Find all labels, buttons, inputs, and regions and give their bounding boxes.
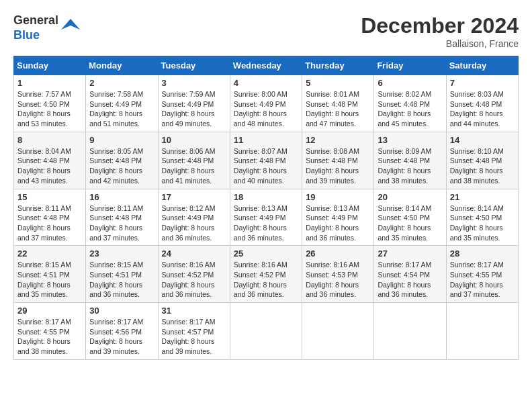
day-info: Sunrise: 8:16 AM Sunset: 4:52 PM Dayligh… bbox=[162, 260, 226, 300]
calendar-cell: 17 Sunrise: 8:12 AM Sunset: 4:49 PM Dayl… bbox=[158, 189, 230, 246]
page-header: General Blue December 2024 Ballaison, Fr… bbox=[13, 13, 519, 49]
calendar-cell: 25 Sunrise: 8:16 AM Sunset: 4:52 PM Dayl… bbox=[230, 246, 302, 303]
calendar-cell: 21 Sunrise: 8:14 AM Sunset: 4:50 PM Dayl… bbox=[446, 189, 518, 246]
calendar-cell: 16 Sunrise: 8:11 AM Sunset: 4:48 PM Dayl… bbox=[86, 189, 158, 246]
day-info: Sunrise: 8:04 AM Sunset: 4:48 PM Dayligh… bbox=[17, 146, 82, 186]
day-info: Sunrise: 8:00 AM Sunset: 4:49 PM Dayligh… bbox=[234, 89, 298, 129]
calendar-table: SundayMondayTuesdayWednesdayThursdayFrid… bbox=[13, 56, 519, 360]
calendar-cell: 6 Sunrise: 8:02 AM Sunset: 4:48 PM Dayli… bbox=[374, 75, 446, 132]
day-number: 14 bbox=[450, 135, 515, 145]
month-title: December 2024 bbox=[361, 13, 519, 38]
day-info: Sunrise: 8:13 AM Sunset: 4:49 PM Dayligh… bbox=[234, 203, 298, 243]
calendar-cell: 24 Sunrise: 8:16 AM Sunset: 4:52 PM Dayl… bbox=[158, 246, 230, 303]
day-number: 8 bbox=[17, 135, 82, 145]
day-number: 30 bbox=[89, 306, 154, 316]
day-number: 17 bbox=[162, 192, 226, 202]
day-info: Sunrise: 8:14 AM Sunset: 4:50 PM Dayligh… bbox=[378, 203, 442, 243]
day-number: 31 bbox=[162, 306, 226, 316]
calendar-cell: 1 Sunrise: 7:57 AM Sunset: 4:50 PM Dayli… bbox=[14, 75, 86, 132]
calendar-cell bbox=[302, 303, 374, 360]
calendar-cell: 3 Sunrise: 7:59 AM Sunset: 4:49 PM Dayli… bbox=[158, 75, 230, 132]
calendar-cell: 7 Sunrise: 8:03 AM Sunset: 4:48 PM Dayli… bbox=[446, 75, 518, 132]
day-info: Sunrise: 8:02 AM Sunset: 4:48 PM Dayligh… bbox=[378, 89, 442, 129]
day-info: Sunrise: 8:17 AM Sunset: 4:57 PM Dayligh… bbox=[162, 317, 226, 357]
day-number: 5 bbox=[306, 78, 370, 88]
title-section: December 2024 Ballaison, France bbox=[361, 13, 519, 49]
day-info: Sunrise: 8:10 AM Sunset: 4:48 PM Dayligh… bbox=[450, 146, 515, 186]
calendar-week-2: 8 Sunrise: 8:04 AM Sunset: 4:48 PM Dayli… bbox=[14, 132, 519, 189]
day-info: Sunrise: 8:13 AM Sunset: 4:49 PM Dayligh… bbox=[306, 203, 370, 243]
day-number: 25 bbox=[234, 248, 298, 259]
column-header-saturday: Saturday bbox=[446, 56, 518, 75]
day-number: 12 bbox=[306, 135, 370, 145]
day-number: 28 bbox=[450, 248, 515, 259]
day-number: 24 bbox=[162, 248, 226, 259]
calendar-cell bbox=[230, 303, 302, 360]
calendar-cell: 19 Sunrise: 8:13 AM Sunset: 4:49 PM Dayl… bbox=[302, 189, 374, 246]
day-number: 26 bbox=[306, 248, 370, 259]
calendar-cell: 26 Sunrise: 8:16 AM Sunset: 4:53 PM Dayl… bbox=[302, 246, 374, 303]
day-number: 15 bbox=[17, 192, 82, 202]
day-number: 9 bbox=[89, 135, 154, 145]
day-info: Sunrise: 8:07 AM Sunset: 4:48 PM Dayligh… bbox=[234, 146, 298, 186]
logo-icon bbox=[61, 16, 80, 35]
day-info: Sunrise: 8:01 AM Sunset: 4:48 PM Dayligh… bbox=[306, 89, 370, 129]
day-info: Sunrise: 8:15 AM Sunset: 4:51 PM Dayligh… bbox=[89, 260, 154, 300]
day-info: Sunrise: 8:17 AM Sunset: 4:56 PM Dayligh… bbox=[89, 317, 154, 357]
day-info: Sunrise: 8:06 AM Sunset: 4:48 PM Dayligh… bbox=[162, 146, 226, 186]
day-number: 7 bbox=[450, 78, 515, 88]
logo-text: General Blue bbox=[13, 13, 58, 42]
day-info: Sunrise: 8:14 AM Sunset: 4:50 PM Dayligh… bbox=[450, 203, 515, 243]
calendar-week-4: 22 Sunrise: 8:15 AM Sunset: 4:51 PM Dayl… bbox=[14, 246, 519, 303]
logo: General Blue bbox=[13, 13, 80, 42]
calendar-cell bbox=[374, 303, 446, 360]
calendar-cell bbox=[446, 303, 518, 360]
calendar-cell: 13 Sunrise: 8:09 AM Sunset: 4:48 PM Dayl… bbox=[374, 132, 446, 189]
column-header-tuesday: Tuesday bbox=[158, 56, 230, 75]
calendar-cell: 30 Sunrise: 8:17 AM Sunset: 4:56 PM Dayl… bbox=[86, 303, 158, 360]
day-number: 4 bbox=[234, 78, 298, 88]
day-number: 27 bbox=[378, 248, 442, 259]
day-info: Sunrise: 8:03 AM Sunset: 4:48 PM Dayligh… bbox=[450, 89, 515, 129]
calendar-week-1: 1 Sunrise: 7:57 AM Sunset: 4:50 PM Dayli… bbox=[14, 75, 519, 132]
calendar-header-row: SundayMondayTuesdayWednesdayThursdayFrid… bbox=[14, 56, 519, 75]
day-number: 22 bbox=[17, 248, 82, 259]
calendar-cell: 23 Sunrise: 8:15 AM Sunset: 4:51 PM Dayl… bbox=[86, 246, 158, 303]
calendar-cell: 12 Sunrise: 8:08 AM Sunset: 4:48 PM Dayl… bbox=[302, 132, 374, 189]
calendar-cell: 22 Sunrise: 8:15 AM Sunset: 4:51 PM Dayl… bbox=[14, 246, 86, 303]
day-number: 2 bbox=[89, 78, 154, 88]
column-header-sunday: Sunday bbox=[14, 56, 86, 75]
column-header-friday: Friday bbox=[374, 56, 446, 75]
day-number: 16 bbox=[89, 192, 154, 202]
calendar-week-5: 29 Sunrise: 8:17 AM Sunset: 4:55 PM Dayl… bbox=[14, 303, 519, 360]
calendar-cell: 15 Sunrise: 8:11 AM Sunset: 4:48 PM Dayl… bbox=[14, 189, 86, 246]
day-number: 10 bbox=[162, 135, 226, 145]
day-number: 18 bbox=[234, 192, 298, 202]
day-info: Sunrise: 8:17 AM Sunset: 4:54 PM Dayligh… bbox=[378, 260, 442, 300]
calendar-cell: 27 Sunrise: 8:17 AM Sunset: 4:54 PM Dayl… bbox=[374, 246, 446, 303]
day-info: Sunrise: 8:09 AM Sunset: 4:48 PM Dayligh… bbox=[378, 146, 442, 186]
day-info: Sunrise: 8:08 AM Sunset: 4:48 PM Dayligh… bbox=[306, 146, 370, 186]
day-number: 20 bbox=[378, 192, 442, 202]
location: Ballaison, France bbox=[361, 38, 519, 49]
calendar-body: 1 Sunrise: 7:57 AM Sunset: 4:50 PM Dayli… bbox=[14, 75, 519, 360]
calendar-cell: 8 Sunrise: 8:04 AM Sunset: 4:48 PM Dayli… bbox=[14, 132, 86, 189]
day-info: Sunrise: 8:11 AM Sunset: 4:48 PM Dayligh… bbox=[17, 203, 82, 243]
calendar-cell: 10 Sunrise: 8:06 AM Sunset: 4:48 PM Dayl… bbox=[158, 132, 230, 189]
calendar-cell: 5 Sunrise: 8:01 AM Sunset: 4:48 PM Dayli… bbox=[302, 75, 374, 132]
day-number: 21 bbox=[450, 192, 515, 202]
day-number: 1 bbox=[17, 78, 82, 88]
calendar-cell: 14 Sunrise: 8:10 AM Sunset: 4:48 PM Dayl… bbox=[446, 132, 518, 189]
calendar-cell: 31 Sunrise: 8:17 AM Sunset: 4:57 PM Dayl… bbox=[158, 303, 230, 360]
day-info: Sunrise: 8:17 AM Sunset: 4:55 PM Dayligh… bbox=[450, 260, 515, 300]
calendar-cell: 11 Sunrise: 8:07 AM Sunset: 4:48 PM Dayl… bbox=[230, 132, 302, 189]
day-number: 23 bbox=[89, 248, 154, 259]
calendar-cell: 2 Sunrise: 7:58 AM Sunset: 4:49 PM Dayli… bbox=[86, 75, 158, 132]
day-info: Sunrise: 7:57 AM Sunset: 4:50 PM Dayligh… bbox=[17, 89, 82, 129]
day-info: Sunrise: 7:58 AM Sunset: 4:49 PM Dayligh… bbox=[89, 89, 154, 129]
day-number: 11 bbox=[234, 135, 298, 145]
day-info: Sunrise: 8:15 AM Sunset: 4:51 PM Dayligh… bbox=[17, 260, 82, 300]
calendar-cell: 9 Sunrise: 8:05 AM Sunset: 4:48 PM Dayli… bbox=[86, 132, 158, 189]
calendar-cell: 4 Sunrise: 8:00 AM Sunset: 4:49 PM Dayli… bbox=[230, 75, 302, 132]
calendar-cell: 20 Sunrise: 8:14 AM Sunset: 4:50 PM Dayl… bbox=[374, 189, 446, 246]
